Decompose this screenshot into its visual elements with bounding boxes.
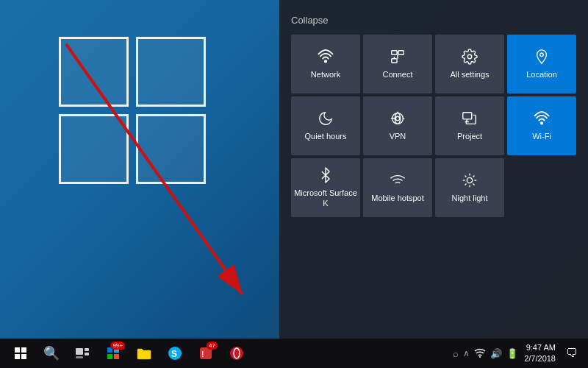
vpn-label: VPN <box>390 132 406 141</box>
search-tray-icon[interactable]: ⌕ <box>453 348 459 359</box>
tile-bluetooth[interactable]: Microsoft Surface K <box>291 158 360 217</box>
night-light-icon <box>462 172 478 191</box>
svg-line-29 <box>473 175 475 177</box>
sound-tray-icon[interactable]: 🔊 <box>490 348 502 359</box>
svg-rect-35 <box>85 348 89 351</box>
svg-rect-36 <box>85 353 89 355</box>
tile-quiet-hours[interactable]: Quiet hours <box>291 96 360 155</box>
night-light-label: Night light <box>452 194 488 203</box>
svg-text:S: S <box>171 349 177 359</box>
tile-vpn[interactable]: VPN <box>363 96 432 155</box>
action-center-tray-button[interactable]: 🗨 <box>562 347 582 360</box>
tile-night-light[interactable]: Night light <box>435 158 504 217</box>
store-app[interactable]: 99+ <box>98 339 128 368</box>
location-label: Location <box>526 70 557 79</box>
svg-rect-41 <box>114 354 119 359</box>
win-pane-topright <box>136 37 206 107</box>
search-button[interactable]: 🔍 <box>37 339 66 368</box>
svg-line-27 <box>473 183 475 185</box>
bluetooth-label: Microsoft Surface K <box>294 188 357 208</box>
tile-wifi[interactable]: Wi-Fi <box>507 96 576 155</box>
svg-rect-5 <box>392 59 397 63</box>
quick-actions-grid: Network Connect <box>291 35 576 217</box>
svg-rect-16 <box>463 113 472 119</box>
start-button[interactable] <box>6 339 35 368</box>
battery-tray-icon[interactable]: 🔋 <box>506 348 518 359</box>
wifi-icon <box>534 110 550 129</box>
quiet-hours-label: Quiet hours <box>305 132 347 141</box>
notifications-badge: 47 <box>207 342 218 350</box>
clock[interactable]: 9:47 AM 2/7/2018 <box>521 342 559 365</box>
svg-point-11 <box>395 116 400 121</box>
svg-rect-3 <box>392 51 397 55</box>
win-pane-bottomleft <box>59 114 129 184</box>
svg-point-48 <box>479 356 481 358</box>
project-label: Project <box>457 132 482 141</box>
svg-rect-37 <box>76 356 83 358</box>
notifications-app[interactable]: ! 47 <box>191 339 220 368</box>
svg-point-2 <box>325 60 327 63</box>
network-label: Network <box>311 70 340 79</box>
win-pane-topleft <box>59 37 129 107</box>
opera-app[interactable] <box>222 339 251 368</box>
vpn-icon <box>390 110 406 129</box>
tile-connect[interactable]: Connect <box>363 35 432 93</box>
system-tray-icons: ⌕ ∧ 🔊 🔋 <box>453 347 518 360</box>
wifi-label: Wi-Fi <box>532 132 551 141</box>
network-tray-icon[interactable] <box>474 347 486 360</box>
store-badge: 99+ <box>110 342 125 350</box>
network-icon <box>318 49 334 67</box>
svg-point-19 <box>541 122 543 124</box>
svg-rect-31 <box>21 347 26 353</box>
tile-network[interactable]: Network <box>291 35 360 93</box>
svg-rect-33 <box>21 354 26 359</box>
taskbar: 🔍 99+ <box>0 339 588 368</box>
clock-date: 2/7/2018 <box>524 353 556 364</box>
connect-label: Connect <box>383 70 413 79</box>
taskbar-left: 🔍 99+ <box>6 339 251 368</box>
hotspot-label: Mobile hotspot <box>371 194 424 203</box>
quiet-hours-icon <box>318 110 334 129</box>
windows-logo <box>44 22 235 213</box>
skype-app[interactable]: S <box>160 339 190 368</box>
hotspot-icon <box>390 172 406 191</box>
svg-rect-34 <box>76 348 83 355</box>
location-icon <box>534 49 550 67</box>
svg-point-9 <box>467 54 472 59</box>
svg-point-21 <box>467 177 472 183</box>
all-settings-label: All settings <box>450 70 489 79</box>
win-pane-bottomright <box>136 114 206 184</box>
action-center: Collapse Network <box>279 0 588 229</box>
svg-rect-40 <box>107 354 112 359</box>
connect-icon <box>390 49 406 67</box>
svg-rect-32 <box>15 354 20 359</box>
task-view-button[interactable] <box>68 339 97 368</box>
collapse-button[interactable]: Collapse <box>291 15 576 26</box>
svg-line-28 <box>465 183 467 185</box>
svg-line-26 <box>465 175 467 177</box>
svg-rect-4 <box>398 51 404 55</box>
clock-time: 9:47 AM <box>526 342 556 353</box>
tile-mobile-hotspot[interactable]: Mobile hotspot <box>363 158 432 217</box>
system-tray: ⌕ ∧ 🔊 🔋 9:47 AM 2/7/2018 🗨 <box>453 342 582 365</box>
tile-location[interactable]: Location <box>507 35 576 93</box>
tile-all-settings[interactable]: All settings <box>435 35 504 93</box>
project-icon <box>462 110 478 129</box>
tile-project[interactable]: Project <box>435 96 504 155</box>
file-explorer-app[interactable] <box>129 339 159 368</box>
svg-point-10 <box>540 53 544 57</box>
svg-text:!: ! <box>201 350 204 358</box>
chevron-icon[interactable]: ∧ <box>463 348 470 358</box>
svg-rect-30 <box>15 347 20 353</box>
bluetooth-icon <box>318 167 334 185</box>
settings-icon <box>462 49 478 67</box>
